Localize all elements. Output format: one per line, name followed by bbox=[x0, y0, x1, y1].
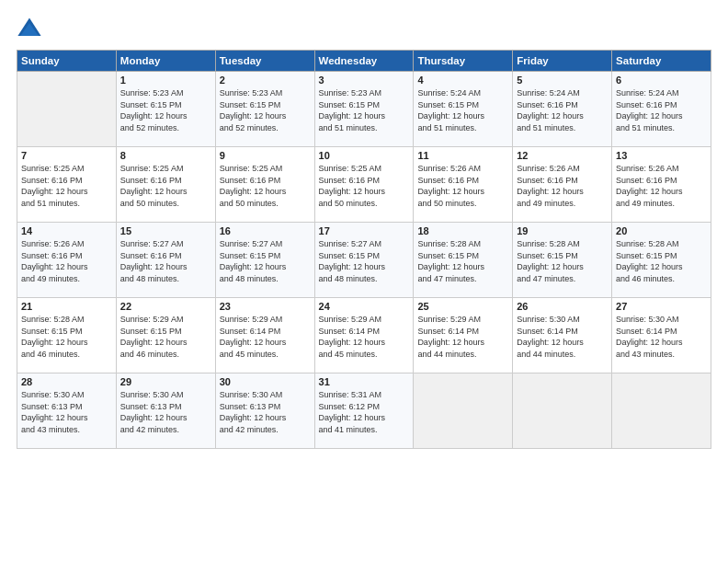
col-header-wednesday: Wednesday bbox=[314, 51, 414, 72]
day-number: 14 bbox=[21, 225, 112, 236]
day-number: 31 bbox=[319, 376, 410, 387]
col-header-tuesday: Tuesday bbox=[215, 51, 314, 72]
day-number: 23 bbox=[220, 301, 311, 312]
calendar-cell: 16Sunrise: 5:27 AM Sunset: 6:15 PM Dayli… bbox=[215, 223, 314, 298]
calendar-cell: 4Sunrise: 5:24 AM Sunset: 6:15 PM Daylig… bbox=[414, 72, 513, 147]
day-number: 18 bbox=[417, 225, 508, 236]
day-number: 1 bbox=[120, 75, 211, 86]
day-info: Sunrise: 5:24 AM Sunset: 6:16 PM Dayligh… bbox=[616, 87, 707, 133]
day-info: Sunrise: 5:30 AM Sunset: 6:14 PM Dayligh… bbox=[517, 314, 608, 360]
day-number: 2 bbox=[220, 75, 311, 86]
day-info: Sunrise: 5:31 AM Sunset: 6:12 PM Dayligh… bbox=[319, 389, 410, 435]
week-row-0: 1Sunrise: 5:23 AM Sunset: 6:15 PM Daylig… bbox=[17, 72, 711, 147]
day-info: Sunrise: 5:28 AM Sunset: 6:15 PM Dayligh… bbox=[417, 238, 508, 284]
day-number: 21 bbox=[21, 301, 112, 312]
day-number: 10 bbox=[319, 150, 410, 161]
week-row-2: 14Sunrise: 5:26 AM Sunset: 6:16 PM Dayli… bbox=[17, 223, 711, 298]
logo-icon bbox=[17, 17, 42, 42]
week-row-1: 7Sunrise: 5:25 AM Sunset: 6:16 PM Daylig… bbox=[17, 147, 711, 223]
day-info: Sunrise: 5:28 AM Sunset: 6:15 PM Dayligh… bbox=[21, 314, 112, 360]
calendar-table: SundayMondayTuesdayWednesdayThursdayFrid… bbox=[17, 50, 711, 449]
calendar-cell: 27Sunrise: 5:30 AM Sunset: 6:14 PM Dayli… bbox=[612, 298, 711, 373]
calendar-cell bbox=[17, 72, 117, 147]
day-info: Sunrise: 5:26 AM Sunset: 6:16 PM Dayligh… bbox=[616, 163, 707, 209]
calendar-cell: 2Sunrise: 5:23 AM Sunset: 6:15 PM Daylig… bbox=[215, 72, 314, 147]
day-number: 27 bbox=[616, 301, 707, 312]
day-info: Sunrise: 5:29 AM Sunset: 6:14 PM Dayligh… bbox=[220, 314, 311, 360]
day-number: 13 bbox=[616, 150, 707, 161]
day-number: 30 bbox=[220, 376, 311, 387]
col-header-friday: Friday bbox=[513, 51, 612, 72]
day-number: 5 bbox=[517, 75, 608, 86]
day-number: 17 bbox=[319, 225, 410, 236]
calendar-cell: 21Sunrise: 5:28 AM Sunset: 6:15 PM Dayli… bbox=[17, 298, 117, 373]
day-info: Sunrise: 5:29 AM Sunset: 6:14 PM Dayligh… bbox=[417, 314, 508, 360]
day-info: Sunrise: 5:25 AM Sunset: 6:16 PM Dayligh… bbox=[319, 163, 410, 209]
calendar-cell: 10Sunrise: 5:25 AM Sunset: 6:16 PM Dayli… bbox=[314, 147, 414, 223]
day-info: Sunrise: 5:26 AM Sunset: 6:16 PM Dayligh… bbox=[517, 163, 608, 209]
day-info: Sunrise: 5:23 AM Sunset: 6:15 PM Dayligh… bbox=[120, 87, 211, 133]
day-number: 7 bbox=[21, 150, 112, 161]
day-info: Sunrise: 5:26 AM Sunset: 6:16 PM Dayligh… bbox=[21, 238, 112, 284]
day-info: Sunrise: 5:24 AM Sunset: 6:16 PM Dayligh… bbox=[517, 87, 608, 133]
day-number: 4 bbox=[417, 75, 508, 86]
day-number: 12 bbox=[517, 150, 608, 161]
day-number: 11 bbox=[417, 150, 508, 161]
calendar-cell: 19Sunrise: 5:28 AM Sunset: 6:15 PM Dayli… bbox=[513, 223, 612, 298]
calendar-cell bbox=[414, 373, 513, 449]
day-number: 19 bbox=[517, 225, 608, 236]
day-number: 28 bbox=[21, 376, 112, 387]
day-number: 29 bbox=[120, 376, 211, 387]
col-header-thursday: Thursday bbox=[414, 51, 513, 72]
calendar-cell: 15Sunrise: 5:27 AM Sunset: 6:16 PM Dayli… bbox=[116, 223, 215, 298]
day-number: 24 bbox=[319, 301, 410, 312]
day-info: Sunrise: 5:27 AM Sunset: 6:15 PM Dayligh… bbox=[319, 238, 410, 284]
calendar-cell: 6Sunrise: 5:24 AM Sunset: 6:16 PM Daylig… bbox=[612, 72, 711, 147]
logo bbox=[17, 17, 46, 42]
day-info: Sunrise: 5:30 AM Sunset: 6:14 PM Dayligh… bbox=[616, 314, 707, 360]
calendar-cell: 25Sunrise: 5:29 AM Sunset: 6:14 PM Dayli… bbox=[414, 298, 513, 373]
calendar-cell: 26Sunrise: 5:30 AM Sunset: 6:14 PM Dayli… bbox=[513, 298, 612, 373]
day-number: 15 bbox=[120, 225, 211, 236]
day-number: 26 bbox=[517, 301, 608, 312]
header bbox=[17, 17, 711, 42]
day-info: Sunrise: 5:27 AM Sunset: 6:15 PM Dayligh… bbox=[220, 238, 311, 284]
day-info: Sunrise: 5:23 AM Sunset: 6:15 PM Dayligh… bbox=[220, 87, 311, 133]
col-header-saturday: Saturday bbox=[612, 51, 711, 72]
day-number: 8 bbox=[120, 150, 211, 161]
calendar-cell: 7Sunrise: 5:25 AM Sunset: 6:16 PM Daylig… bbox=[17, 147, 117, 223]
calendar-cell: 18Sunrise: 5:28 AM Sunset: 6:15 PM Dayli… bbox=[414, 223, 513, 298]
calendar-cell bbox=[612, 373, 711, 449]
calendar-cell: 3Sunrise: 5:23 AM Sunset: 6:15 PM Daylig… bbox=[314, 72, 414, 147]
day-info: Sunrise: 5:28 AM Sunset: 6:15 PM Dayligh… bbox=[616, 238, 707, 284]
col-header-sunday: Sunday bbox=[17, 51, 117, 72]
day-number: 16 bbox=[220, 225, 311, 236]
day-info: Sunrise: 5:30 AM Sunset: 6:13 PM Dayligh… bbox=[120, 389, 211, 435]
calendar-cell: 5Sunrise: 5:24 AM Sunset: 6:16 PM Daylig… bbox=[513, 72, 612, 147]
day-info: Sunrise: 5:30 AM Sunset: 6:13 PM Dayligh… bbox=[220, 389, 311, 435]
calendar-cell: 23Sunrise: 5:29 AM Sunset: 6:14 PM Dayli… bbox=[215, 298, 314, 373]
calendar-cell: 29Sunrise: 5:30 AM Sunset: 6:13 PM Dayli… bbox=[116, 373, 215, 449]
calendar-cell: 24Sunrise: 5:29 AM Sunset: 6:14 PM Dayli… bbox=[314, 298, 414, 373]
day-info: Sunrise: 5:29 AM Sunset: 6:14 PM Dayligh… bbox=[319, 314, 410, 360]
day-info: Sunrise: 5:28 AM Sunset: 6:15 PM Dayligh… bbox=[517, 238, 608, 284]
day-info: Sunrise: 5:29 AM Sunset: 6:15 PM Dayligh… bbox=[120, 314, 211, 360]
day-number: 22 bbox=[120, 301, 211, 312]
day-number: 6 bbox=[616, 75, 707, 86]
calendar-cell: 17Sunrise: 5:27 AM Sunset: 6:15 PM Dayli… bbox=[314, 223, 414, 298]
calendar-cell: 13Sunrise: 5:26 AM Sunset: 6:16 PM Dayli… bbox=[612, 147, 711, 223]
day-info: Sunrise: 5:25 AM Sunset: 6:16 PM Dayligh… bbox=[21, 163, 112, 209]
day-info: Sunrise: 5:23 AM Sunset: 6:15 PM Dayligh… bbox=[319, 87, 410, 133]
calendar-cell: 28Sunrise: 5:30 AM Sunset: 6:13 PM Dayli… bbox=[17, 373, 117, 449]
day-number: 25 bbox=[417, 301, 508, 312]
calendar-cell: 30Sunrise: 5:30 AM Sunset: 6:13 PM Dayli… bbox=[215, 373, 314, 449]
day-number: 3 bbox=[319, 75, 410, 86]
day-info: Sunrise: 5:30 AM Sunset: 6:13 PM Dayligh… bbox=[21, 389, 112, 435]
calendar-cell: 14Sunrise: 5:26 AM Sunset: 6:16 PM Dayli… bbox=[17, 223, 117, 298]
day-number: 9 bbox=[220, 150, 311, 161]
day-info: Sunrise: 5:25 AM Sunset: 6:16 PM Dayligh… bbox=[220, 163, 311, 209]
calendar-cell bbox=[513, 373, 612, 449]
day-info: Sunrise: 5:24 AM Sunset: 6:15 PM Dayligh… bbox=[417, 87, 508, 133]
day-info: Sunrise: 5:27 AM Sunset: 6:16 PM Dayligh… bbox=[120, 238, 211, 284]
calendar-cell: 20Sunrise: 5:28 AM Sunset: 6:15 PM Dayli… bbox=[612, 223, 711, 298]
